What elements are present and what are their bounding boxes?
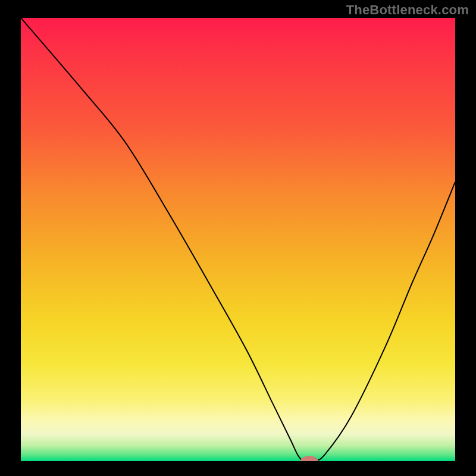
curve-layer bbox=[21, 18, 455, 461]
bottleneck-curve bbox=[21, 18, 455, 461]
plot-area bbox=[21, 18, 455, 461]
optimum-marker bbox=[300, 456, 318, 461]
chart-frame: TheBottleneck.com bbox=[0, 0, 476, 476]
watermark-text: TheBottleneck.com bbox=[346, 2, 469, 18]
